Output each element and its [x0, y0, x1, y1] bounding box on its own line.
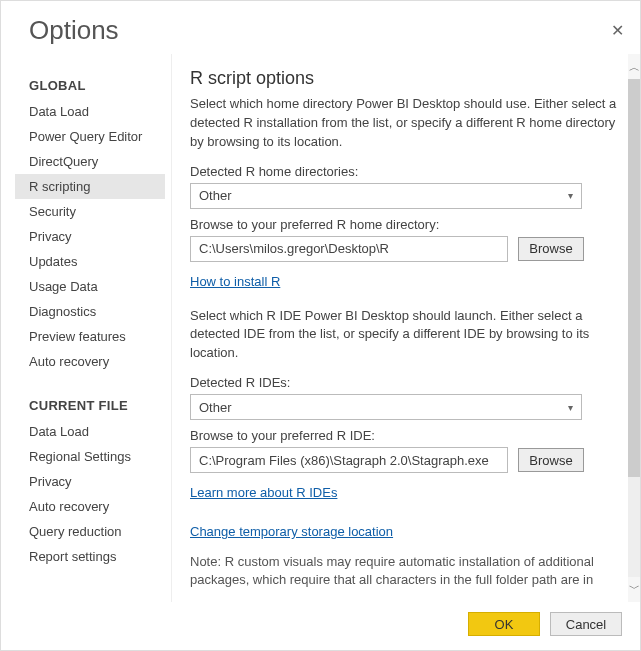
sidebar-item-data-load[interactable]: Data Load [15, 99, 165, 124]
sidebar-item-updates[interactable]: Updates [15, 249, 165, 274]
browse-ide-label: Browse to your preferred R IDE: [190, 428, 622, 443]
detected-ide-value: Other [199, 400, 232, 415]
sidebar-group-global: GLOBAL [15, 72, 165, 99]
change-storage-link[interactable]: Change temporary storage location [190, 524, 393, 539]
cancel-button[interactable]: Cancel [550, 612, 622, 636]
detected-ide-label: Detected R IDEs: [190, 375, 622, 390]
home-path-input[interactable] [190, 236, 508, 262]
chevron-down-icon: ▾ [568, 402, 573, 413]
sidebar-group-current-file: CURRENT FILE [15, 392, 165, 419]
browse-home-label: Browse to your preferred R home director… [190, 217, 622, 232]
sidebar-item-auto-recovery[interactable]: Auto recovery [15, 494, 165, 519]
sidebar-item-privacy[interactable]: Privacy [15, 224, 165, 249]
browse-home-button[interactable]: Browse [518, 237, 584, 261]
chevron-down-icon: ▾ [568, 190, 573, 201]
sidebar-item-preview-features[interactable]: Preview features [15, 324, 165, 349]
detected-home-label: Detected R home directories: [190, 164, 622, 179]
detected-ide-select[interactable]: Other ▾ [190, 394, 582, 420]
scroll-track[interactable] [628, 79, 640, 577]
detected-home-select[interactable]: Other ▾ [190, 183, 582, 209]
how-to-install-r-link[interactable]: How to install R [190, 274, 280, 289]
sidebar-item-report-settings[interactable]: Report settings [15, 544, 165, 569]
scroll-thumb[interactable] [628, 79, 640, 477]
ide-path-input[interactable] [190, 447, 508, 473]
close-icon[interactable]: ✕ [605, 23, 630, 39]
ok-button[interactable]: OK [468, 612, 540, 636]
sidebar-item-diagnostics[interactable]: Diagnostics [15, 299, 165, 324]
scroll-up-icon[interactable]: ︿ [629, 60, 640, 75]
content-panel: R script options Select which home direc… [172, 54, 628, 602]
scroll-down-icon[interactable]: ﹀ [629, 581, 640, 596]
page-title: Options [29, 15, 119, 46]
sidebar-item-query-reduction[interactable]: Query reduction [15, 519, 165, 544]
browse-ide-button[interactable]: Browse [518, 448, 584, 472]
detected-home-value: Other [199, 188, 232, 203]
sidebar-item-r-scripting[interactable]: R scripting [15, 174, 165, 199]
sidebar-item-usage-data[interactable]: Usage Data [15, 274, 165, 299]
sidebar-item-regional-settings[interactable]: Regional Settings [15, 444, 165, 469]
scrollbar[interactable]: ︿ ﹀ [628, 54, 640, 602]
sidebar-item-auto-recovery[interactable]: Auto recovery [15, 349, 165, 374]
sidebar-item-data-load[interactable]: Data Load [15, 419, 165, 444]
storage-note: Note: R custom visuals may require autom… [190, 553, 622, 589]
sidebar-item-power-query-editor[interactable]: Power Query Editor [15, 124, 165, 149]
sidebar-item-privacy[interactable]: Privacy [15, 469, 165, 494]
panel-intro: Select which home directory Power BI Des… [190, 95, 622, 152]
sidebar-item-directquery[interactable]: DirectQuery [15, 149, 165, 174]
learn-more-ide-link[interactable]: Learn more about R IDEs [190, 485, 337, 500]
sidebar-item-security[interactable]: Security [15, 199, 165, 224]
panel-heading: R script options [190, 68, 622, 89]
ide-intro: Select which R IDE Power BI Desktop shou… [190, 307, 622, 364]
sidebar: GLOBAL Data LoadPower Query EditorDirect… [15, 54, 165, 602]
